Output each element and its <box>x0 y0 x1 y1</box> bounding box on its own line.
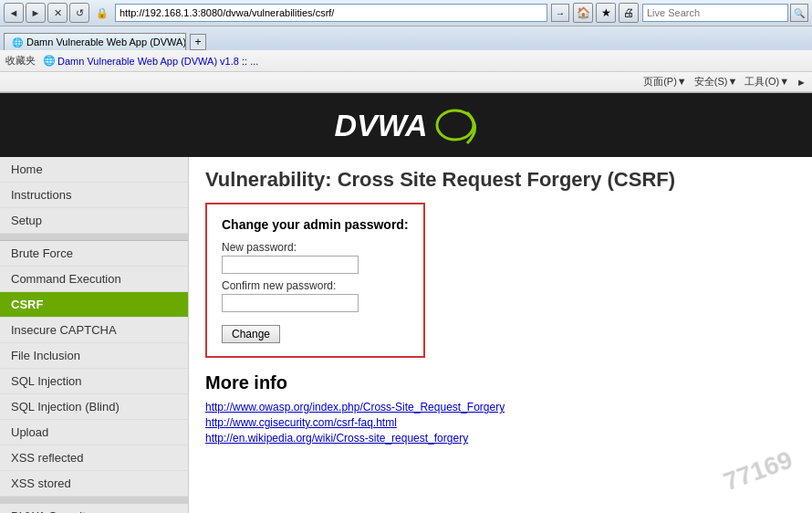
sidebar-item-home[interactable]: Home <box>0 157 188 183</box>
address-input[interactable] <box>115 4 547 22</box>
logo-text: DVWA <box>335 108 428 143</box>
sidebar-item-file-inclusion[interactable]: File Inclusion <box>0 343 188 369</box>
new-password-group: New password: <box>222 241 409 274</box>
sidebar-item-xss-stored[interactable]: XSS stored <box>0 471 188 497</box>
sidebar-item-xss-reflected[interactable]: XSS reflected <box>0 445 188 471</box>
dvwa-header: DVWA <box>0 93 812 157</box>
confirm-password-label: Confirm new password: <box>222 279 409 292</box>
favorites-bar: 收藏夹 🌐 Damn Vulnerable Web App (DVWA) v1.… <box>0 50 812 72</box>
change-button[interactable]: Change <box>222 325 280 343</box>
menu-item-extra[interactable]: ► <box>796 77 807 88</box>
more-info-link-2[interactable]: http://en.wikipedia.org/wiki/Cross-site_… <box>205 432 796 445</box>
print-icon-btn[interactable]: 🖨 <box>619 3 639 23</box>
new-password-input[interactable] <box>222 256 359 274</box>
menu-bar: 页面(P)▼ 安全(S)▼ 工具(O)▼ ► <box>0 72 812 92</box>
sidebar-item-upload[interactable]: Upload <box>0 420 188 445</box>
dvwa-logo-wrap: DVWA <box>335 105 478 146</box>
sidebar-item-command-execution[interactable]: Command Execution <box>0 267 188 292</box>
tab-favicon: 🌐 <box>12 37 23 47</box>
tabs-bar: 🌐 Damn Vulnerable Web App (DVWA) v1.8 ::… <box>0 26 812 50</box>
confirm-password-input[interactable] <box>222 294 359 312</box>
page-title: Vulnerability: Cross Site Request Forger… <box>205 168 796 192</box>
refresh-button[interactable]: ↺ <box>69 3 89 23</box>
more-info-link-1[interactable]: http://www.cgisecurity.com/csrf-faq.html <box>205 416 796 429</box>
change-password-title: Change your admin password: <box>222 217 409 232</box>
search-container: 🔍 <box>642 4 808 22</box>
confirm-password-group: Confirm new password: <box>222 279 409 312</box>
address-bar-container: 🔒 → <box>93 4 569 22</box>
more-info-title: More info <box>205 372 796 393</box>
favorites-label: 收藏夹 <box>5 54 36 68</box>
back-button[interactable]: ◄ <box>4 3 24 23</box>
fav-item-dvwa[interactable]: 🌐 Damn Vulnerable Web App (DVWA) v1.8 ::… <box>43 55 258 67</box>
sidebar-spacer-1 <box>0 234 188 241</box>
sidebar-item-insecure-captcha[interactable]: Insecure CAPTCHA <box>0 318 188 343</box>
search-input[interactable] <box>642 4 788 22</box>
main-layout: Home Instructions Setup Brute Force Comm… <box>0 157 812 513</box>
new-password-label: New password: <box>222 241 409 254</box>
tab-title: Damn Vulnerable Web App (DVWA) v1.8 :: .… <box>26 37 186 47</box>
sidebar-divider <box>0 497 188 504</box>
sidebar: Home Instructions Setup Brute Force Comm… <box>0 157 189 513</box>
menu-item-security[interactable]: 安全(S)▼ <box>694 75 738 89</box>
more-info-section: More info http://www.owasp.org/index.php… <box>205 372 796 445</box>
browser-toolbar: ◄ ► ✕ ↺ 🔒 → 🏠 ★ 🖨 🔍 <box>0 0 812 26</box>
main-tab[interactable]: 🌐 Damn Vulnerable Web App (DVWA) v1.8 ::… <box>4 33 186 50</box>
home-icon-btn[interactable]: 🏠 <box>573 3 593 23</box>
search-button[interactable]: 🔍 <box>790 4 808 22</box>
favorites-icon-btn[interactable]: ★ <box>596 3 616 23</box>
sidebar-item-brute-force[interactable]: Brute Force <box>0 241 188 267</box>
sidebar-item-instructions[interactable]: Instructions <box>0 183 188 208</box>
sidebar-item-dvwa-security[interactable]: DVWA Security <box>0 504 188 513</box>
forward-button[interactable]: ► <box>26 3 46 23</box>
logo-swoosh-icon <box>432 105 478 146</box>
dvwa-logo: DVWA <box>335 105 478 146</box>
nav-buttons: ◄ ► ✕ ↺ <box>4 3 89 23</box>
toolbar-icons: 🏠 ★ 🖨 <box>573 3 639 23</box>
sidebar-item-csrf[interactable]: CSRF <box>0 292 188 318</box>
new-tab-button[interactable]: + <box>190 34 206 50</box>
stop-button[interactable]: ✕ <box>47 3 68 23</box>
menu-item-tools[interactable]: 工具(O)▼ <box>744 75 789 89</box>
address-icon: 🔒 <box>93 4 111 22</box>
sidebar-item-setup[interactable]: Setup <box>0 208 188 234</box>
fav-icon: 🌐 <box>43 55 56 67</box>
go-button[interactable]: → <box>551 4 569 22</box>
more-info-link-0[interactable]: http://www.owasp.org/index.php/Cross-Sit… <box>205 401 796 414</box>
sidebar-item-sql-injection[interactable]: SQL Injection <box>0 369 188 394</box>
menu-item-page[interactable]: 页面(P)▼ <box>643 75 687 89</box>
content-area: Vulnerability: Cross Site Request Forger… <box>189 157 812 513</box>
sidebar-item-sql-injection-blind[interactable]: SQL Injection (Blind) <box>0 394 188 420</box>
change-password-box: Change your admin password: New password… <box>205 203 425 358</box>
browser-chrome: ◄ ► ✕ ↺ 🔒 → 🏠 ★ 🖨 🔍 🌐 Damn Vulnerable We… <box>0 0 812 93</box>
